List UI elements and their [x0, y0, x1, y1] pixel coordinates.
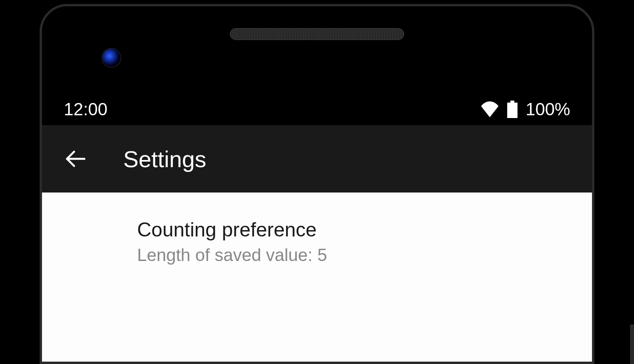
status-bar-right: 100% — [480, 99, 570, 119]
app-bar: Settings — [42, 125, 592, 192]
svg-rect-1 — [507, 103, 518, 118]
camera-lens — [101, 48, 121, 68]
page-title: Settings — [123, 146, 206, 172]
phone-bezel-top — [42, 6, 592, 93]
phone-side-button — [630, 324, 634, 364]
phone-body: 12:00 100% — [40, 4, 594, 364]
pref-counting-summary: Length of saved value: 5 — [137, 245, 497, 265]
speaker-grille — [230, 28, 404, 40]
battery-percent-label: 100% — [525, 99, 570, 119]
status-bar: 12:00 100% — [42, 93, 592, 125]
battery-icon — [507, 101, 518, 118]
svg-rect-0 — [510, 101, 514, 103]
wifi-icon — [480, 101, 499, 117]
status-bar-clock: 12:00 — [64, 99, 107, 119]
pref-counting[interactable]: Counting preference Length of saved valu… — [42, 210, 592, 273]
back-button[interactable] — [64, 147, 88, 171]
pref-counting-title: Counting preference — [137, 218, 497, 241]
arrow-left-icon — [65, 148, 87, 170]
phone-frame: 12:00 100% — [0, 0, 634, 364]
settings-list[interactable]: Counting preference Length of saved valu… — [42, 192, 592, 364]
